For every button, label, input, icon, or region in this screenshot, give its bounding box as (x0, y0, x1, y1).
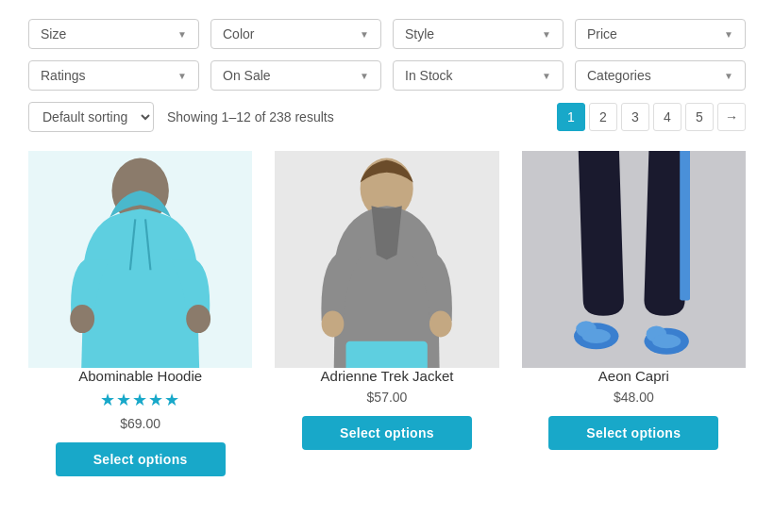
product-image-3 (522, 151, 746, 368)
svg-point-4 (70, 304, 94, 332)
svg-point-18 (652, 334, 681, 348)
select-options-button-3[interactable]: Select options (548, 416, 718, 450)
svg-rect-12 (680, 151, 690, 300)
next-page-button[interactable]: → (717, 103, 746, 131)
filter-in-stock-label: In Stock (405, 68, 453, 83)
main-container: Size ▼ Color ▼ Style ▼ Price ▼ Ratings ▼… (0, 0, 774, 495)
chevron-down-icon: ▼ (724, 71, 733, 81)
svg-point-17 (581, 328, 610, 342)
svg-rect-11 (522, 151, 746, 368)
product-image-2 (275, 151, 498, 368)
chevron-down-icon: ▼ (177, 29, 187, 40)
filter-ratings-label: Ratings (41, 68, 85, 83)
chevron-down-icon: ▼ (177, 71, 187, 81)
product-card-3: Aeon Capri $48.00 Select options (522, 151, 746, 476)
chevron-down-icon: ▼ (360, 71, 369, 81)
sort-select[interactable]: Default sorting (28, 102, 154, 132)
filter-style-label: Style (405, 26, 434, 42)
product-name-1: Abominable Hoodie (78, 368, 202, 384)
product-card-1: Abominable Hoodie ★★★★★ $69.00 Select op… (28, 151, 252, 476)
filter-size[interactable]: Size ▼ (28, 19, 199, 49)
filter-color-label: Color (223, 26, 254, 42)
svg-point-8 (322, 310, 345, 337)
svg-point-9 (429, 310, 452, 337)
page-button-1[interactable]: 1 (557, 103, 585, 131)
svg-rect-10 (346, 341, 428, 368)
filter-on-sale-label: On Sale (223, 68, 271, 83)
product-card-2: Adrienne Trek Jacket $57.00 Select optio… (275, 151, 498, 476)
chevron-down-icon: ▼ (542, 71, 551, 81)
select-options-button-1[interactable]: Select options (56, 442, 226, 476)
filter-style[interactable]: Style ▼ (393, 19, 564, 49)
chevron-down-icon: ▼ (360, 29, 369, 40)
filter-row-1: Size ▼ Color ▼ Style ▼ Price ▼ (28, 19, 746, 49)
product-price-2: $57.00 (367, 390, 408, 405)
filter-categories-label: Categories (587, 68, 651, 83)
select-options-button-2[interactable]: Select options (302, 416, 472, 450)
product-image-1 (28, 151, 252, 368)
svg-point-5 (186, 304, 210, 332)
chevron-down-icon: ▼ (542, 29, 551, 40)
product-name-3: Aeon Capri (598, 368, 669, 384)
product-price-3: $48.00 (614, 390, 654, 405)
filter-on-sale[interactable]: On Sale ▼ (210, 60, 381, 91)
chevron-down-icon: ▼ (724, 29, 733, 40)
product-stars-1: ★★★★★ (100, 390, 180, 410)
filter-price[interactable]: Price ▼ (575, 19, 746, 49)
toolbar: Default sorting Showing 1–12 of 238 resu… (28, 102, 746, 132)
filter-price-label: Price (587, 26, 617, 42)
filter-row-2: Ratings ▼ On Sale ▼ In Stock ▼ Categorie… (28, 60, 746, 91)
filter-categories[interactable]: Categories ▼ (575, 60, 746, 91)
filter-size-label: Size (41, 26, 66, 42)
pagination: 12345→ (557, 103, 746, 131)
page-button-4[interactable]: 4 (653, 103, 681, 131)
products-grid: Abominable Hoodie ★★★★★ $69.00 Select op… (28, 151, 746, 476)
filter-color[interactable]: Color ▼ (210, 19, 381, 49)
filter-in-stock[interactable]: In Stock ▼ (393, 60, 564, 91)
toolbar-left: Default sorting Showing 1–12 of 238 resu… (28, 102, 334, 132)
page-button-5[interactable]: 5 (685, 103, 714, 131)
product-price-1: $69.00 (120, 416, 160, 431)
filter-ratings[interactable]: Ratings ▼ (28, 60, 199, 91)
results-count: Showing 1–12 of 238 results (167, 109, 334, 125)
product-name-2: Adrienne Trek Jacket (321, 368, 454, 384)
page-button-2[interactable]: 2 (589, 103, 617, 131)
page-button-3[interactable]: 3 (621, 103, 649, 131)
